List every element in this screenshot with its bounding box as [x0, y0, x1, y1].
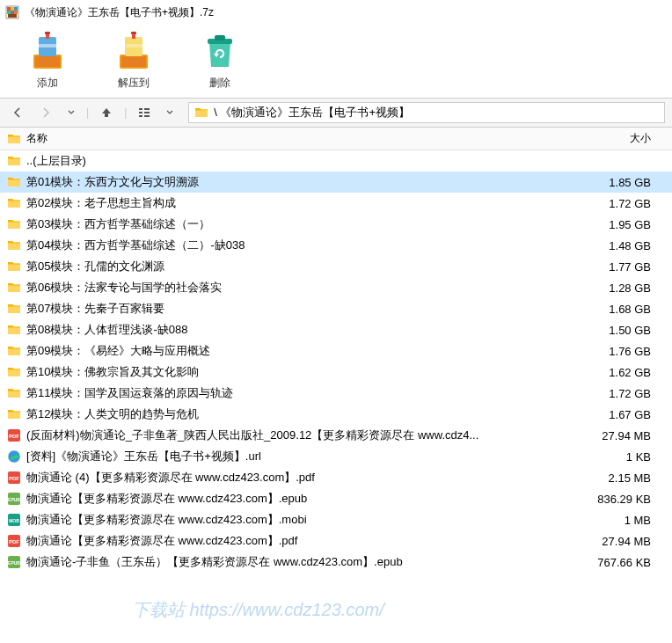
- file-row[interactable]: 物演通论【更多精彩资源尽在 www.cdz423.com】.epub836.29…: [0, 488, 672, 509]
- file-name: (反面材料)物演通论_子非鱼著_陕西人民出版社_2009.12【更多精彩资源尽在…: [26, 427, 577, 443]
- file-name: 第12模块：人类文明的趋势与危机: [26, 406, 577, 422]
- folder-icon: [7, 132, 21, 146]
- navbar: | | \ 《物演通论》王东岳【电子书+视频】: [0, 98, 672, 128]
- file-row[interactable]: [资料]《物演通论》王东岳【电子书+视频】.url1 KB: [0, 446, 672, 467]
- file-row[interactable]: 物演通论 (4)【更多精彩资源尽在 www.cdz423.com】.pdf2.1…: [0, 467, 672, 488]
- file-row[interactable]: 第01模块：东西方文化与文明溯源1.85 GB: [0, 172, 672, 193]
- file-name: 物演通论【更多精彩资源尽在 www.cdz423.com】.mobi: [26, 512, 577, 528]
- file-size: 1.50 GB: [577, 324, 665, 337]
- file-name: 第09模块：《易经》大略与应用概述: [26, 343, 577, 359]
- file-size: 1.76 GB: [577, 345, 665, 358]
- file-name: 物演通论 (4)【更多精彩资源尽在 www.cdz423.com】.pdf: [26, 470, 577, 486]
- folder-icon: [7, 323, 21, 337]
- folder-icon: [7, 175, 21, 189]
- file-name: 第07模块：先秦子百家辑要: [26, 301, 577, 317]
- file-row[interactable]: 物演通论【更多精彩资源尽在 www.cdz423.com】.pdf27.94 M…: [0, 530, 672, 552]
- file-list: ..(上层目录)第01模块：东西方文化与文明溯源1.85 GB第02模块：老子思…: [0, 150, 672, 573]
- file-row[interactable]: ..(上层目录): [0, 150, 672, 172]
- file-row[interactable]: 第07模块：先秦子百家辑要1.68 GB: [0, 298, 672, 319]
- window-title: 《物演通论》王东岳【电子书+视频】.7z: [25, 5, 214, 20]
- file-name: 第06模块：法家专论与国学的社会落实: [26, 280, 577, 296]
- up-button[interactable]: [96, 104, 117, 121]
- file-row[interactable]: (反面材料)物演通论_子非鱼著_陕西人民出版社_2009.12【更多精彩资源尽在…: [0, 425, 672, 446]
- pdf-icon: [7, 471, 21, 485]
- add-button[interactable]: 添加: [26, 30, 69, 91]
- folder-icon: [7, 154, 21, 168]
- file-size: 1.72 GB: [577, 197, 665, 210]
- folder-icon: [7, 407, 21, 421]
- folder-icon: [7, 259, 21, 274]
- file-row[interactable]: 物演通论【更多精彩资源尽在 www.cdz423.com】.mobi1 MB: [0, 509, 672, 530]
- folder-icon: [7, 302, 21, 316]
- column-headers: 名称 大小: [0, 128, 672, 150]
- file-size: 2.15 MB: [577, 471, 665, 485]
- folder-icon: [7, 196, 21, 210]
- file-size: 1.48 GB: [577, 239, 665, 252]
- svg-rect-17: [35, 56, 60, 67]
- file-name: 第03模块：西方哲学基础综述（一）: [26, 216, 577, 232]
- svg-rect-30: [139, 108, 142, 110]
- file-size: 1.72 GB: [577, 387, 665, 400]
- folder-icon: [7, 281, 21, 295]
- extract-label: 解压到: [118, 76, 150, 91]
- file-name: [资料]《物演通论》王东岳【电子书+视频】.url: [26, 449, 577, 464]
- file-size: 1.77 GB: [577, 260, 665, 274]
- file-row[interactable]: 第02模块：老子思想主旨构成1.72 GB: [0, 193, 672, 214]
- file-size: 1 MB: [577, 514, 665, 527]
- view-dropdown-button[interactable]: [162, 104, 178, 121]
- svg-rect-27: [125, 44, 142, 47]
- file-row[interactable]: 第03模块：西方哲学基础综述（一）1.95 GB: [0, 214, 672, 235]
- pdf-icon: [7, 428, 21, 442]
- path-text: \ 《物演通论》王东岳【电子书+视频】: [214, 105, 410, 121]
- separator: |: [124, 106, 127, 119]
- delete-icon: [199, 30, 241, 72]
- file-size: 1.85 GB: [577, 176, 665, 189]
- file-name: 物演通论【更多精彩资源尽在 www.cdz423.com】.epub: [26, 491, 577, 507]
- file-row[interactable]: 第04模块：西方哲学基础综述（二）-缺0381.48 GB: [0, 235, 672, 256]
- pathbar[interactable]: \ 《物演通论》王东岳【电子书+视频】: [188, 102, 665, 123]
- file-row[interactable]: 第08模块：人体哲理浅谈-缺0881.50 GB: [0, 319, 672, 340]
- folder-icon: [7, 217, 21, 231]
- file-name: ..(上层目录): [26, 153, 577, 169]
- file-name: 第08模块：人体哲理浅谈-缺088: [26, 322, 577, 338]
- file-row[interactable]: 第06模块：法家专论与国学的社会落实1.28 GB: [0, 277, 672, 298]
- app-icon: [5, 5, 19, 19]
- column-name[interactable]: 名称: [26, 131, 577, 146]
- file-row[interactable]: 第12模块：人类文明的趋势与危机1.67 GB: [0, 404, 672, 425]
- extract-icon: [113, 30, 155, 72]
- add-label: 添加: [37, 76, 58, 91]
- file-row[interactable]: 物演通论-子非鱼（王东岳）【更多精彩资源尽在 www.cdz423.com】.e…: [0, 552, 672, 573]
- main-toolbar: 添加 解压到 删除: [0, 25, 672, 98]
- back-button[interactable]: [7, 104, 28, 121]
- file-name: 第10模块：佛教宗旨及其文化影响: [26, 364, 577, 380]
- column-size[interactable]: 大小: [577, 131, 665, 146]
- file-size: 1.68 GB: [577, 303, 665, 316]
- svg-rect-35: [144, 115, 150, 117]
- file-row[interactable]: 第11模块：国学及国运衰落的原因与轨迹1.72 GB: [0, 383, 672, 404]
- file-name: 第05模块：孔儒的文化渊源: [26, 259, 577, 274]
- extract-button[interactable]: 解压到: [113, 30, 155, 91]
- file-size: 27.94 MB: [577, 535, 665, 548]
- file-size: 1 KB: [577, 450, 665, 464]
- delete-button[interactable]: 删除: [199, 30, 241, 91]
- view-button[interactable]: [134, 104, 155, 121]
- file-size: 767.66 KB: [577, 556, 665, 569]
- folder-icon: [7, 386, 21, 400]
- svg-rect-34: [144, 112, 150, 113]
- file-size: 1.67 GB: [577, 408, 665, 421]
- folder-icon: [7, 365, 21, 379]
- forward-button[interactable]: [35, 104, 56, 121]
- delete-label: 删除: [209, 76, 230, 91]
- file-row[interactable]: 第09模块：《易经》大略与应用概述1.76 GB: [0, 340, 672, 362]
- dropdown-button[interactable]: [63, 104, 79, 121]
- add-icon: [26, 30, 69, 72]
- svg-rect-31: [139, 112, 142, 113]
- separator: |: [86, 106, 89, 119]
- svg-rect-26: [131, 32, 136, 34]
- file-name: 物演通论-子非鱼（王东岳）【更多精彩资源尽在 www.cdz423.com】.e…: [26, 554, 577, 570]
- file-row[interactable]: 第10模块：佛教宗旨及其文化影响1.62 GB: [0, 362, 672, 383]
- file-row[interactable]: 第05模块：孔儒的文化渊源1.77 GB: [0, 256, 672, 277]
- titlebar: 《物演通论》王东岳【电子书+视频】.7z: [0, 0, 672, 25]
- svg-rect-32: [139, 115, 142, 117]
- file-name: 第04模块：西方哲学基础综述（二）-缺038: [26, 237, 577, 253]
